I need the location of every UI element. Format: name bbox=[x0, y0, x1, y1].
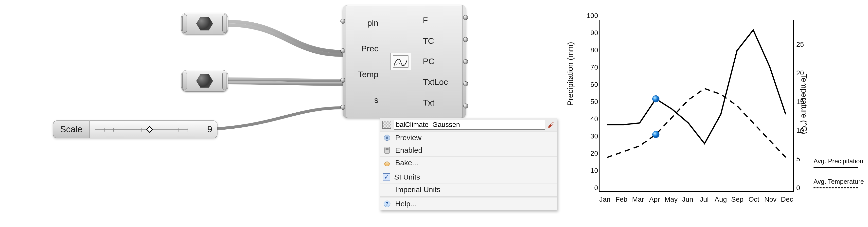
port-in-temp[interactable] bbox=[340, 78, 345, 83]
chart-legend: Avg. Precipitation Avg. Temperature bbox=[813, 157, 868, 198]
legend-solid-line-icon bbox=[813, 167, 858, 168]
port-out-txt[interactable] bbox=[463, 104, 468, 109]
check-icon: ✓ bbox=[383, 174, 390, 181]
climate-chart: Precipitation (mm) Temperature (°C) 0 10… bbox=[562, 12, 863, 219]
port-in-prec[interactable] bbox=[340, 48, 345, 53]
slider-track[interactable]: 9 bbox=[89, 120, 217, 138]
component-name-input[interactable] bbox=[394, 120, 545, 129]
chart-svg bbox=[599, 20, 794, 192]
color-swatch-icon[interactable] bbox=[382, 121, 391, 128]
paint-icon[interactable]: 🖌 bbox=[548, 121, 554, 129]
component-center bbox=[381, 5, 420, 118]
hex-icon bbox=[196, 74, 213, 88]
menu-preview-label: Preview bbox=[395, 134, 422, 142]
svg-point-8 bbox=[652, 96, 659, 102]
menu-enabled[interactable]: Enabled bbox=[380, 144, 557, 156]
y-ticks-right: 0 5 10 15 20 25 bbox=[796, 20, 809, 192]
legend-precip-label: Avg. Precipitation bbox=[813, 157, 868, 165]
param-component-1[interactable] bbox=[181, 13, 228, 34]
param-component-2[interactable] bbox=[181, 70, 228, 92]
help-icon: ? bbox=[383, 200, 391, 208]
legend-precipitation: Avg. Precipitation bbox=[813, 157, 868, 168]
menu-imperial-label: Imperial Units bbox=[395, 185, 440, 194]
svg-text:?: ? bbox=[385, 201, 389, 206]
gaussen-component[interactable]: pln Prec Temp s F TC PC TxtLoc Txt bbox=[343, 5, 466, 118]
hex-icon bbox=[196, 16, 213, 31]
input-pln[interactable]: pln bbox=[367, 18, 378, 28]
svg-rect-3 bbox=[384, 147, 390, 153]
svg-rect-4 bbox=[385, 148, 389, 150]
port-out-txtloc[interactable] bbox=[463, 81, 468, 86]
output-pc[interactable]: PC bbox=[423, 56, 434, 66]
legend-dashed-line-icon bbox=[813, 187, 858, 188]
number-slider[interactable]: Scale 9 bbox=[53, 120, 217, 138]
grasshopper-canvas[interactable]: Scale 9 pln Prec Temp s bbox=[0, 0, 431, 227]
slider-label: Scale bbox=[53, 120, 89, 138]
port-in-s[interactable] bbox=[340, 105, 345, 110]
legend-temp-label: Avg. Temperature bbox=[813, 178, 868, 185]
component-outputs: F TC PC TxtLoc Txt bbox=[420, 5, 462, 118]
bake-icon bbox=[383, 159, 391, 167]
svg-point-9 bbox=[652, 131, 659, 138]
input-prec[interactable]: Prec bbox=[361, 44, 378, 53]
preview-icon bbox=[383, 134, 391, 142]
component-inputs: pln Prec Temp s bbox=[346, 5, 381, 118]
y-axis-left-label: Precipitation (mm) bbox=[566, 42, 575, 106]
port-out-pc[interactable] bbox=[463, 59, 468, 64]
blank-icon bbox=[383, 185, 391, 194]
output-txt[interactable]: Txt bbox=[423, 98, 434, 108]
menu-imperial-units[interactable]: Imperial Units bbox=[380, 183, 557, 196]
port-in-pln[interactable] bbox=[340, 19, 345, 24]
series-precipitation bbox=[607, 30, 786, 144]
menu-si-units[interactable]: ✓ SI Units bbox=[380, 171, 557, 183]
svg-point-2 bbox=[386, 137, 388, 139]
context-menu[interactable]: 🖌 Preview Enabled Bake... ✓ SI Units bbox=[380, 118, 557, 210]
menu-help[interactable]: ? Help... bbox=[380, 197, 557, 210]
menu-bake-label: Bake... bbox=[395, 159, 418, 167]
output-f[interactable]: F bbox=[423, 15, 428, 25]
output-txtloc[interactable]: TxtLoc bbox=[423, 77, 448, 87]
input-s[interactable]: s bbox=[374, 95, 378, 105]
slider-grip[interactable] bbox=[146, 126, 153, 133]
context-menu-header: 🖌 bbox=[380, 118, 557, 131]
port-out-tc[interactable] bbox=[463, 37, 468, 42]
input-temp[interactable]: Temp bbox=[358, 70, 378, 79]
legend-temperature: Avg. Temperature bbox=[813, 178, 868, 188]
menu-separator bbox=[380, 196, 557, 197]
slider-value: 9 bbox=[205, 124, 212, 135]
output-tc[interactable]: TC bbox=[423, 36, 434, 46]
menu-bake[interactable]: Bake... bbox=[380, 156, 557, 169]
enabled-icon bbox=[383, 146, 391, 154]
port-out-f[interactable] bbox=[463, 15, 468, 20]
menu-preview[interactable]: Preview bbox=[380, 131, 557, 144]
menu-help-label: Help... bbox=[395, 200, 416, 208]
menu-si-label: SI Units bbox=[394, 173, 420, 181]
chart-icon bbox=[390, 53, 411, 70]
menu-enabled-label: Enabled bbox=[395, 146, 422, 154]
y-ticks-left: 0 10 20 30 40 50 60 70 80 90 100 bbox=[583, 20, 598, 192]
